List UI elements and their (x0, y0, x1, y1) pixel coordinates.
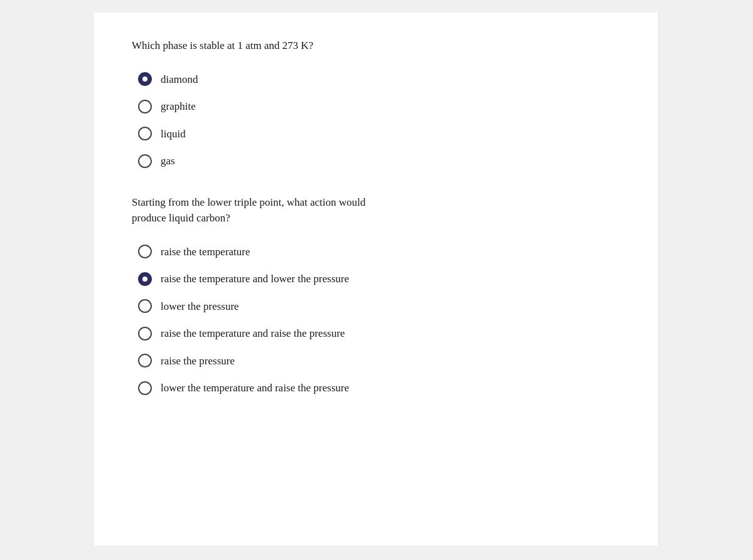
option-label-q2-5: raise the pressure (161, 353, 235, 369)
question-1-option-2[interactable]: graphite (138, 98, 621, 115)
question-1-text: Which phase is stable at 1 atm and 273 K… (132, 38, 621, 54)
question-2-option-3[interactable]: lower the pressure (138, 298, 621, 315)
question-1-option-3[interactable]: liquid (138, 126, 621, 142)
question-2-text: Starting from the lower triple point, wh… (132, 194, 621, 226)
question-2-option-6[interactable]: lower the temperature and raise the pres… (138, 380, 621, 396)
question-2-block: Starting from the lower triple point, wh… (132, 194, 621, 396)
option-label-q1-3: liquid (161, 126, 186, 142)
question-1-block: Which phase is stable at 1 atm and 273 K… (132, 38, 621, 169)
radio-button-q2-2[interactable] (138, 272, 152, 286)
radio-button-q2-4[interactable] (138, 327, 152, 341)
page-container: Which phase is stable at 1 atm and 273 K… (94, 13, 659, 546)
question-2-option-2[interactable]: raise the temperature and lower the pres… (138, 271, 621, 287)
option-label-q2-1: raise the temperature (161, 244, 250, 260)
radio-button-q1-1[interactable] (138, 72, 152, 86)
option-label-q2-4: raise the temperature and raise the pres… (161, 325, 345, 342)
radio-button-q2-6[interactable] (138, 381, 152, 395)
question-1-option-4[interactable]: gas (138, 153, 621, 169)
radio-button-q2-3[interactable] (138, 299, 152, 313)
question-2-option-4[interactable]: raise the temperature and raise the pres… (138, 325, 621, 342)
question-2-options: raise the temperatureraise the temperatu… (138, 244, 621, 396)
question-2-option-5[interactable]: raise the pressure (138, 353, 621, 369)
question-2-option-1[interactable]: raise the temperature (138, 244, 621, 260)
option-label-q2-2: raise the temperature and lower the pres… (161, 271, 349, 287)
option-label-q2-6: lower the temperature and raise the pres… (161, 380, 349, 396)
option-label-q2-3: lower the pressure (161, 298, 239, 315)
radio-button-q1-4[interactable] (138, 154, 152, 168)
option-label-q1-4: gas (161, 153, 175, 169)
radio-button-q2-1[interactable] (138, 245, 152, 258)
option-label-q1-2: graphite (161, 98, 196, 115)
radio-button-q2-5[interactable] (138, 354, 152, 367)
question-1-options: diamondgraphiteliquidgas (138, 71, 621, 169)
radio-button-q1-3[interactable] (138, 127, 152, 140)
question-1-option-1[interactable]: diamond (138, 71, 621, 88)
radio-button-q1-2[interactable] (138, 100, 152, 114)
option-label-q1-1: diamond (161, 71, 198, 88)
